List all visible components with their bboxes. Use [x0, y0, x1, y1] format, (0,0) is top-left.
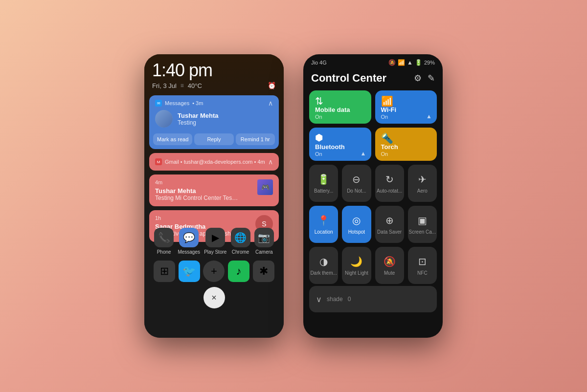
gmail-notification[interactable]: M Gmail • tushar@xda-developers.com • 4m…: [149, 153, 279, 171]
location-label: Location: [315, 229, 333, 235]
airplane-tile[interactable]: ✈ Aero: [408, 165, 437, 202]
message-preview: Testing: [178, 119, 273, 126]
torch-tile[interactable]: 🔦 Torch On: [375, 128, 437, 161]
night-light-icon: 🌙: [350, 256, 362, 267]
location-tile[interactable]: 📍 Location: [309, 206, 338, 243]
wifi-status-icon: 📶: [398, 59, 405, 66]
bluetooth-label: Bluetooth: [315, 143, 365, 151]
do-not-disturb-tile[interactable]: ⊖ Do Not...: [342, 165, 371, 202]
carrier-label: Jio 4G: [311, 60, 327, 65]
home-app-spotify[interactable]: ♪: [228, 261, 249, 282]
mark-as-read-button[interactable]: Mark as read: [153, 133, 192, 145]
messages-app-name: Messages: [165, 100, 189, 106]
dark-theme-tile[interactable]: ◑ Dark them...: [309, 247, 338, 284]
camera-label: Camera: [255, 249, 273, 255]
night-light-tile[interactable]: 🌙 Night Light: [342, 247, 371, 284]
mute-tile[interactable]: 🔕 Mute: [375, 247, 404, 284]
messages-app-icon: ✉: [155, 100, 162, 107]
notification-mute-icon: 🔕: [388, 59, 396, 66]
nfc-label: NFC: [417, 270, 428, 276]
data-saver-tile[interactable]: ⊕ Data Saver: [375, 206, 404, 243]
close-notifications-button[interactable]: ×: [203, 287, 225, 308]
alarm-icon: ⏰: [268, 82, 276, 89]
settings-icon[interactable]: ⚙: [414, 73, 422, 84]
mobile-data-tile[interactable]: ⇅ Mobile data On: [309, 90, 371, 124]
data-saver-label: Data Saver: [377, 229, 402, 235]
control-center-title: Control Center: [311, 72, 386, 85]
wifi-tile[interactable]: 📶 Wi-Fi On ▲: [375, 90, 437, 124]
small-tiles-row-2: 📍 Location ◎ Hotspot ⊕ Data Saver ▣ Scre…: [309, 206, 437, 243]
torch-icon: 🔦: [381, 132, 393, 144]
email-time: 4m: [155, 179, 253, 185]
wifi-arrow: ▲: [426, 113, 432, 120]
remind-button[interactable]: Remind 1 hr: [236, 133, 275, 145]
home-app-5[interactable]: ✱: [253, 261, 274, 282]
control-center-header: Control Center ⚙ ✎: [303, 69, 443, 90]
small-tiles-row-1: 🔋 Battery... ⊖ Do Not... ↻ Auto-rotat...…: [309, 165, 437, 202]
battery-tile[interactable]: 🔋 Battery...: [309, 165, 338, 202]
shade-value: 0: [348, 296, 351, 303]
dock-phone[interactable]: 📞 Phone: [154, 228, 174, 255]
home-app-twitter[interactable]: 🐦: [179, 261, 200, 282]
sagar-time: 1h: [155, 215, 251, 221]
gmail-address: Gmail • tushar@xda-developers.com • 4m: [165, 159, 265, 165]
edit-icon[interactable]: ✎: [428, 73, 435, 84]
camera-icon: 📷: [254, 228, 274, 247]
shade-tile[interactable]: ∨ shade 0: [309, 286, 437, 312]
bluetooth-tile[interactable]: ⬢ Bluetooth On ▲: [309, 128, 371, 161]
bluetooth-arrow: ▲: [361, 150, 366, 157]
auto-rotate-label: Auto-rotat...: [377, 188, 402, 194]
right-phone: Jio 4G 🔕 📶 ▲ 🔋 29% Control Center ⚙ ✎ ⇅ …: [303, 54, 443, 338]
signal-icon: ▲: [407, 59, 413, 66]
phone-icon: 📞: [154, 228, 174, 247]
nfc-tile[interactable]: ⊡ NFC: [408, 247, 437, 284]
left-phone: 1:40 pm Fri, 3 Jul ≡ 40°C ⏰ ✉ Messages •…: [144, 54, 284, 338]
screen-cast-tile[interactable]: ▣ Screen Ca...: [408, 206, 437, 243]
date-display: Fri, 3 Jul: [152, 82, 177, 89]
wifi-icon: 📶: [381, 95, 393, 107]
mute-icon: 🔕: [384, 256, 396, 267]
torch-status: On: [381, 151, 431, 157]
messages-time: • 3m: [192, 100, 203, 106]
battery-icon: 🔋: [415, 59, 422, 66]
app-dock: 📞 Phone 💬 Messages ▶ Play Store 🌐 Chrome…: [144, 228, 284, 308]
auto-rotate-tile[interactable]: ↻ Auto-rotat...: [375, 165, 404, 202]
reply-button[interactable]: Reply: [194, 133, 233, 145]
chrome-icon: 🌐: [231, 228, 250, 247]
messages-label: Messages: [178, 249, 200, 255]
messages-notification[interactable]: ✉ Messages • 3m ∧ Tushar Mehta Testing M…: [149, 95, 279, 149]
wifi-label: Wi-Fi: [381, 106, 431, 114]
nfc-icon: ⊡: [418, 256, 427, 267]
battery-tile-label: Battery...: [314, 188, 333, 194]
dark-theme-label: Dark them...: [310, 270, 337, 276]
dock-camera[interactable]: 📷 Camera: [254, 228, 274, 255]
playstore-label: Play Store: [204, 249, 226, 255]
dnd-icon: ⊖: [352, 174, 361, 185]
tiles-row-1: ⇅ Mobile data On 📶 Wi-Fi On ▲: [309, 90, 437, 124]
chrome-label: Chrome: [232, 249, 249, 255]
notifications-area: ✉ Messages • 3m ∧ Tushar Mehta Testing M…: [144, 91, 284, 246]
message-sender: Tushar Mehta: [178, 112, 273, 119]
location-icon: 📍: [317, 215, 330, 226]
dock-messages[interactable]: 💬 Messages: [178, 228, 200, 255]
shade-label: shade: [327, 296, 343, 303]
right-status-bar: Jio 4G 🔕 📶 ▲ 🔋 29%: [303, 54, 443, 69]
tushar-email-notification[interactable]: 4m Tushar Mehta Testing Mi Control Cente…: [149, 174, 279, 206]
email-sender: Tushar Mehta: [155, 187, 253, 195]
mute-label: Mute: [384, 270, 395, 276]
hotspot-tile[interactable]: ◎ Hotspot: [342, 206, 371, 243]
bluetooth-status: On: [315, 151, 365, 157]
night-light-label: Night Light: [345, 270, 368, 276]
dock-chrome[interactable]: 🌐 Chrome: [231, 228, 250, 255]
dock-playstore[interactable]: ▶ Play Store: [204, 228, 226, 255]
screen-cast-label: Screen Ca...: [409, 229, 436, 235]
home-app-3[interactable]: +: [203, 261, 225, 282]
time-display: 1:40 pm: [152, 60, 276, 81]
left-status-bar: 1:40 pm Fri, 3 Jul ≡ 40°C ⏰: [144, 54, 284, 91]
home-app-1[interactable]: ⊞: [154, 261, 175, 282]
screen-cast-icon: ▣: [418, 215, 427, 226]
tiles-row-2: ⬢ Bluetooth On ▲ 🔦 Torch On: [309, 128, 437, 161]
battery-level: 29%: [424, 60, 435, 65]
phone-label: Phone: [157, 249, 171, 255]
bluetooth-icon: ⬢: [315, 132, 323, 143]
